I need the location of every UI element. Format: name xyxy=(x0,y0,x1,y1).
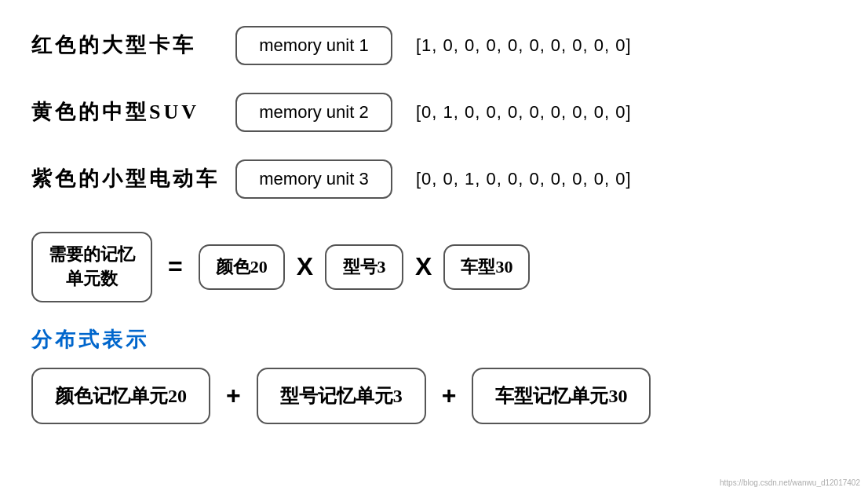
chinese-label-2: 黄色的中型SUV xyxy=(31,98,235,126)
plus-sign-2: + xyxy=(442,381,457,410)
bottom-model-term: 型号记忆单元3 xyxy=(257,368,426,424)
main-container: 红色的大型卡车 memory unit 1 [1, 0, 0, 0, 0, 0,… xyxy=(0,0,868,440)
factor-model: 型号3 xyxy=(325,244,403,290)
memory-box-1: memory unit 1 xyxy=(235,26,392,65)
equation-section: 需要的记忆单元数 = 颜色20 X 型号3 X 车型30 xyxy=(31,224,837,310)
bottom-type-term: 车型记忆单元30 xyxy=(472,368,651,424)
chinese-label-1: 红色的大型卡车 xyxy=(31,31,235,59)
distributed-label: 分布式表示 xyxy=(31,326,837,354)
bottom-section: 颜色记忆单元20 + 型号记忆单元3 + 车型记忆单元30 xyxy=(31,368,837,424)
bottom-color-term: 颜色记忆单元20 xyxy=(31,368,210,424)
vector-3: [0, 0, 1, 0, 0, 0, 0, 0, 0, 0] xyxy=(416,169,632,189)
top-section: 红色的大型卡车 memory unit 1 [1, 0, 0, 0, 0, 0,… xyxy=(31,16,837,208)
memory-box-2: memory unit 2 xyxy=(235,93,392,132)
vector-1: [1, 0, 0, 0, 0, 0, 0, 0, 0, 0] xyxy=(416,35,632,56)
row-1: 红色的大型卡车 memory unit 1 [1, 0, 0, 0, 0, 0,… xyxy=(31,16,837,75)
row-2: 黄色的中型SUV memory unit 2 [0, 1, 0, 0, 0, 0… xyxy=(31,82,837,141)
plus-sign-1: + xyxy=(226,381,241,410)
row-3: 紫色的小型电动车 memory unit 3 [0, 0, 1, 0, 0, 0… xyxy=(31,149,837,208)
times-sign-2: X xyxy=(415,252,432,281)
vector-2: [0, 1, 0, 0, 0, 0, 0, 0, 0, 0] xyxy=(416,102,632,123)
equation-lhs: 需要的记忆单元数 xyxy=(31,232,152,302)
factor-color: 颜色20 xyxy=(199,244,285,290)
memory-box-3: memory unit 3 xyxy=(235,159,392,199)
chinese-label-3: 紫色的小型电动车 xyxy=(31,165,235,192)
watermark: https://blog.csdn.net/wanwu_d12017402 xyxy=(720,478,860,487)
equals-sign: = xyxy=(168,252,183,281)
times-sign-1: X xyxy=(297,252,313,281)
factor-type: 车型30 xyxy=(443,244,530,290)
